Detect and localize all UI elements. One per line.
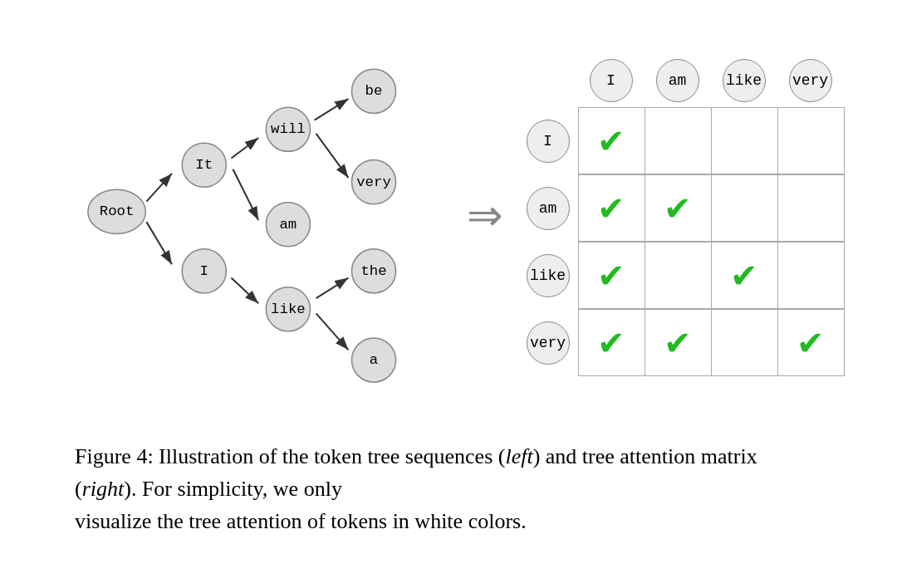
matrix-cell: ✔	[645, 310, 712, 376]
col-header-cell: very	[777, 59, 844, 102]
implication-arrow: ⇒	[467, 194, 503, 238]
row-header-cell: I	[518, 120, 578, 163]
matrix-cell	[712, 175, 778, 242]
node-be-label: be	[365, 83, 382, 99]
col-header-cell: like	[711, 59, 777, 102]
svg-line-8	[316, 278, 348, 299]
svg-line-4	[233, 169, 258, 220]
matrix-body: IamlikeveryI✔am✔✔like✔✔very✔✔✔	[518, 59, 845, 376]
matrix-cell	[645, 243, 712, 309]
matrix-cell: ✔	[579, 243, 645, 309]
caption-text4: ). For simplicity, we only	[124, 477, 342, 501]
matrix-cell: ✔	[579, 310, 645, 376]
matrix-row: very✔✔✔	[518, 309, 845, 376]
caption-italic2: right	[82, 477, 125, 501]
matrix-cell	[712, 108, 778, 174]
row-header-cell: very	[518, 321, 578, 365]
matrix-row: like✔✔	[518, 242, 845, 309]
matrix-cells: ✔✔✔	[578, 309, 845, 376]
node-a-label: a	[369, 352, 377, 368]
matrix-cell	[645, 108, 712, 174]
main-container: Root It I will am like be	[0, 0, 897, 588]
caption-figure: Figure 4:	[75, 444, 154, 468]
tree-svg: Root It I will am like be	[53, 17, 452, 415]
tree-section: Root It I will am like be	[53, 17, 452, 415]
caption-text1: Illustration of the token tree sequences…	[154, 444, 506, 468]
node-i-label: I	[199, 263, 208, 279]
svg-line-6	[314, 99, 348, 120]
matrix-cell	[778, 243, 845, 309]
caption-italic1: left	[505, 444, 532, 468]
row-header-circle: am	[527, 187, 570, 230]
col-header-cell: am	[645, 59, 711, 102]
col-header-circle: I	[590, 59, 633, 102]
svg-line-5	[231, 278, 258, 304]
matrix-cell: ✔	[712, 243, 778, 309]
row-header-circle: like	[527, 254, 570, 297]
col-header-cell: I	[578, 59, 645, 102]
caption-area: Figure 4: Illustration of the token tree…	[75, 440, 822, 537]
svg-line-9	[316, 313, 348, 350]
row-header-cell: am	[518, 187, 578, 230]
node-am-label: am	[279, 217, 297, 233]
diagram-area: Root It I will am like be	[33, 17, 864, 415]
matrix-cell	[778, 175, 845, 242]
matrix-cell: ✔	[778, 310, 845, 376]
caption-text2: )	[533, 444, 541, 468]
node-root-label: Root	[99, 203, 134, 219]
node-will-label: will	[271, 121, 306, 137]
matrix-cells: ✔	[578, 107, 845, 174]
col-header-circle: like	[723, 59, 766, 102]
row-header-cell: like	[518, 254, 578, 297]
col-header-circle: very	[789, 59, 832, 102]
svg-line-1	[146, 174, 172, 202]
matrix-section: IamlikeveryI✔am✔✔like✔✔very✔✔✔	[518, 56, 845, 376]
svg-line-7	[316, 134, 348, 178]
matrix-cell: ✔	[579, 108, 645, 174]
node-it-label: It	[195, 157, 213, 173]
matrix-cell	[778, 108, 845, 174]
node-very-label: very	[356, 174, 391, 190]
matrix-cells: ✔✔	[578, 242, 845, 309]
arrow-section: ⇒	[452, 194, 518, 238]
matrix-cells: ✔✔	[578, 174, 845, 242]
matrix-cell: ✔	[645, 175, 712, 242]
svg-line-2	[146, 222, 172, 264]
svg-line-3	[231, 138, 258, 159]
matrix-cell	[712, 310, 778, 376]
node-the-label: the	[360, 263, 386, 279]
node-like-label: like	[271, 301, 306, 317]
caption-line2: visualize the tree attention of tokens i…	[75, 509, 527, 533]
col-header-row: Iamlikevery	[578, 59, 845, 102]
row-header-circle: very	[527, 321, 570, 365]
matrix-cell: ✔	[579, 175, 645, 242]
matrix-row: I✔	[518, 107, 845, 174]
row-header-circle: I	[527, 120, 570, 163]
col-header-circle: am	[656, 59, 699, 102]
matrix-row: am✔✔	[518, 174, 845, 242]
